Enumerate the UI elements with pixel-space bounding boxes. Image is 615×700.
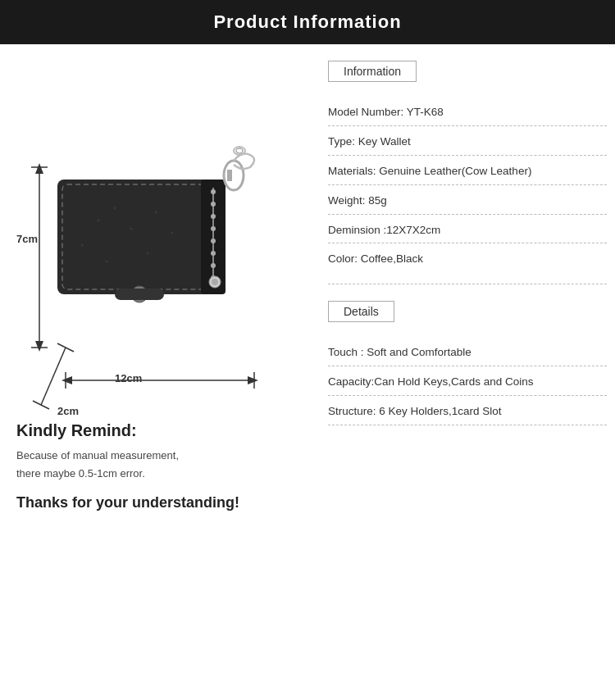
svg-marker-8: [61, 376, 72, 384]
page-header: Product Information: [0, 0, 615, 44]
svg-point-38: [81, 244, 84, 247]
svg-rect-30: [115, 289, 164, 300]
dim-height-label: 7cm: [16, 233, 38, 245]
svg-point-22: [211, 251, 216, 256]
right-column: Information Model Number: YT-K68 Type: K…: [320, 61, 607, 511]
spec-color-text: Color: Coffee,Black: [328, 252, 423, 265]
kindly-line2: there maybe 0.5-1cm error.: [16, 465, 303, 483]
information-label-box: Information: [328, 61, 417, 82]
spec-type: Type: Key Wallet: [328, 126, 607, 156]
product-image-area: 7cm 12cm 2cm: [16, 85, 295, 397]
svg-point-17: [211, 189, 216, 194]
details-label-box: Details: [328, 301, 394, 322]
page-title: Product Information: [213, 11, 401, 32]
dim-width-label: 12cm: [115, 372, 142, 384]
detail-touch-text: Touch : Soft and Comfortable: [328, 346, 472, 358]
detail-capacity-text: Capacity:Can Hold Keys,Cards and Coins: [328, 375, 534, 388]
spec-dimension: Deminsion :12X7X2cm: [328, 215, 607, 244]
spec-dimension-text: Deminsion :12X7X2cm: [328, 224, 440, 236]
svg-line-10: [41, 348, 66, 405]
detail-structure-text: Structure: 6 Key Holders,1card Slot: [328, 405, 502, 417]
spec-model: Model Number: YT-K68: [328, 97, 607, 126]
details-section: Details Touch : Soft and Comfortable Cap…: [328, 301, 607, 425]
detail-structure: Structure: 6 Key Holders,1card Slot: [328, 396, 607, 425]
svg-marker-4: [35, 341, 43, 352]
svg-point-19: [211, 214, 216, 219]
svg-point-21: [211, 239, 216, 243]
svg-line-11: [57, 343, 74, 352]
spec-weight-text: Weight: 85g: [328, 194, 387, 207]
svg-rect-32: [227, 170, 232, 181]
spec-type-text: Type: Key Wallet: [328, 135, 411, 148]
detail-capacity: Capacity:Can Hold Keys,Cards and Coins: [328, 366, 607, 396]
dim-depth-label: 2cm: [57, 405, 79, 417]
svg-point-35: [98, 220, 100, 222]
specs-list: Model Number: YT-K68 Type: Key Wallet Ma…: [328, 97, 607, 272]
svg-point-37: [130, 228, 133, 230]
svg-point-39: [155, 211, 157, 214]
spec-materials: Materials: Genuine Leather(Cow Leather): [328, 156, 607, 185]
main-content: 7cm 12cm 2cm Kindly Remind: Because of m…: [0, 44, 615, 520]
svg-point-26: [212, 279, 218, 285]
svg-marker-9: [248, 376, 258, 384]
svg-point-41: [106, 261, 108, 263]
spec-materials-text: Materials: Genuine Leather(Cow Leather): [328, 165, 531, 177]
svg-point-36: [114, 207, 116, 210]
spec-model-text: Model Number: YT-K68: [328, 106, 444, 118]
thanks-text: Thanks for your understanding!: [16, 494, 303, 511]
svg-line-12: [33, 401, 49, 409]
svg-rect-13: [57, 180, 221, 294]
svg-point-42: [147, 252, 149, 255]
kindly-line1: Because of manual measurement,: [16, 447, 303, 465]
spec-color: Color: Coffee,Black: [328, 243, 607, 272]
details-list: Touch : Soft and Comfortable Capacity:Ca…: [328, 337, 607, 425]
spec-weight: Weight: 85g: [328, 185, 607, 215]
wallet-illustration: [33, 134, 262, 323]
kindly-text: Because of manual measurement, there may…: [16, 447, 303, 483]
section-divider: [328, 284, 607, 284]
svg-point-20: [211, 226, 216, 231]
left-column: 7cm 12cm 2cm Kindly Remind: Because of m…: [8, 61, 312, 511]
svg-point-34: [236, 148, 243, 153]
detail-touch: Touch : Soft and Comfortable: [328, 337, 607, 366]
svg-point-40: [171, 232, 174, 234]
svg-point-23: [211, 263, 216, 268]
svg-point-18: [211, 202, 216, 207]
